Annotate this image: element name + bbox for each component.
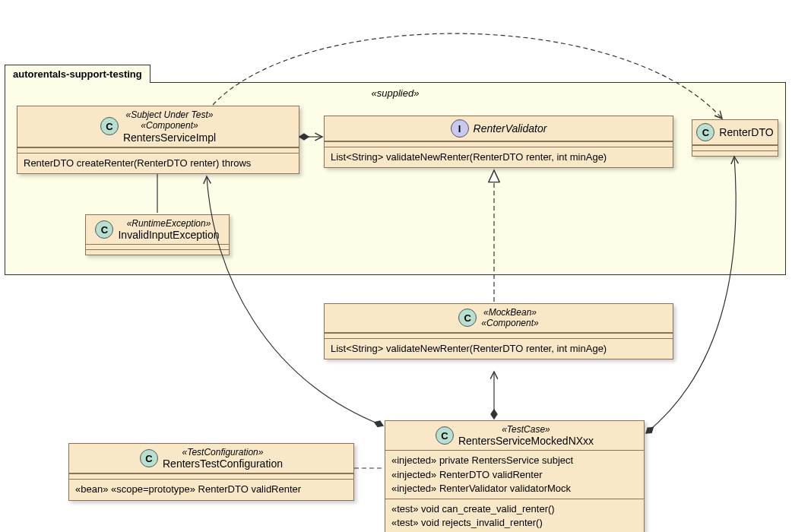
stereotype: «Subject Under Test»	[123, 109, 216, 120]
class-icon: C	[696, 123, 714, 141]
stereotype: «TestCase»	[458, 424, 594, 435]
operation: List<String> validateNewRenter(RenterDTO…	[325, 147, 673, 167]
operation: «test» void rejects_invalid_renter()	[391, 516, 638, 530]
class-name: RenterDTO	[719, 126, 773, 138]
class-mock-bean: C «MockBean» «Component» List<String> va…	[324, 303, 673, 359]
package-name: autorentals-support-testing	[13, 68, 142, 80]
class-renter-dto: C RenterDTO	[692, 119, 778, 157]
package-stereotype: «supplied»	[372, 87, 420, 99]
class-icon: C	[100, 117, 119, 135]
class-test-case: C «TestCase» RentersServiceMockedNXxx «i…	[385, 420, 645, 532]
stereotype: «Component»	[481, 318, 538, 328]
stereotype: «TestConfiguration»	[163, 447, 283, 458]
class-name: RentersServiceMockedNXxx	[458, 435, 594, 447]
interface-name: RenterValidator	[474, 122, 547, 135]
class-name: RentersTestConfiguration	[163, 458, 283, 470]
class-icon: C	[458, 309, 477, 327]
class-invalid-input-exception: C «RuntimeException» InvalidInputExcepti…	[85, 214, 230, 255]
class-name: InvalidInputException	[118, 229, 219, 241]
stereotype: «MockBean»	[481, 307, 538, 318]
class-icon: C	[95, 220, 113, 239]
attribute: «injected» RenterDTO validRenter	[391, 468, 638, 482]
interface-renter-validator: I RenterValidator List<String> validateN…	[324, 116, 673, 168]
operation: List<String> validateNewRenter(RenterDTO…	[325, 338, 673, 359]
operation: RenterDTO createRenter(RenterDTO renter)…	[17, 153, 299, 173]
operation: «bean» «scope=prototype» RenterDTO valid…	[69, 479, 353, 499]
stereotype: «RuntimeException»	[118, 218, 219, 229]
class-icon: C	[140, 449, 158, 467]
stereotype: «Component»	[123, 120, 216, 131]
class-icon: C	[436, 426, 454, 445]
package-tab: autorentals-support-testing	[5, 65, 150, 83]
attribute: «injected» private RentersService subjec…	[391, 454, 638, 467]
class-test-configuration: C «TestConfiguration» RentersTestConfigu…	[68, 443, 354, 501]
interface-icon: I	[451, 119, 469, 138]
operation: «test» void can_create_valid_renter()	[391, 502, 638, 516]
class-name: RentersServiceImpl	[123, 131, 216, 144]
class-renters-service-impl: C «Subject Under Test» «Component» Rente…	[17, 106, 299, 174]
attribute: «injected» RenterValidator validatorMock	[391, 482, 638, 496]
